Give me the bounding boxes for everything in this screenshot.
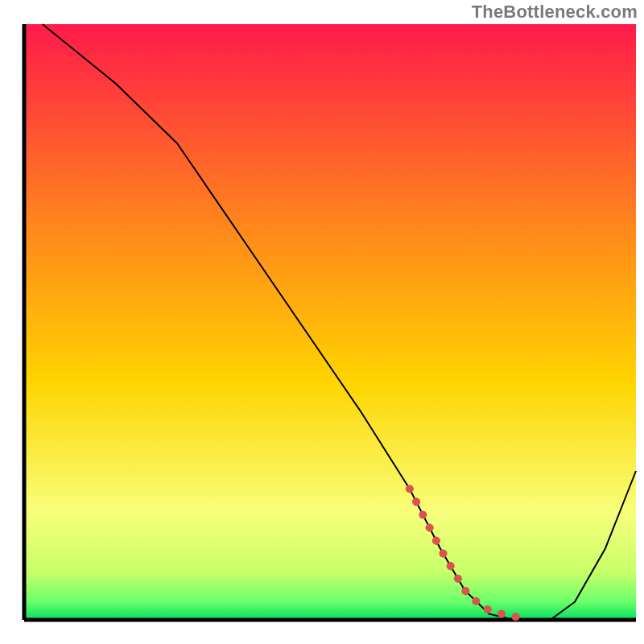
chart-container: TheBottleneck.com (0, 0, 644, 644)
bottleneck-chart-svg (0, 0, 644, 644)
watermark-text: TheBottleneck.com (472, 2, 638, 23)
gradient-background (24, 24, 636, 620)
